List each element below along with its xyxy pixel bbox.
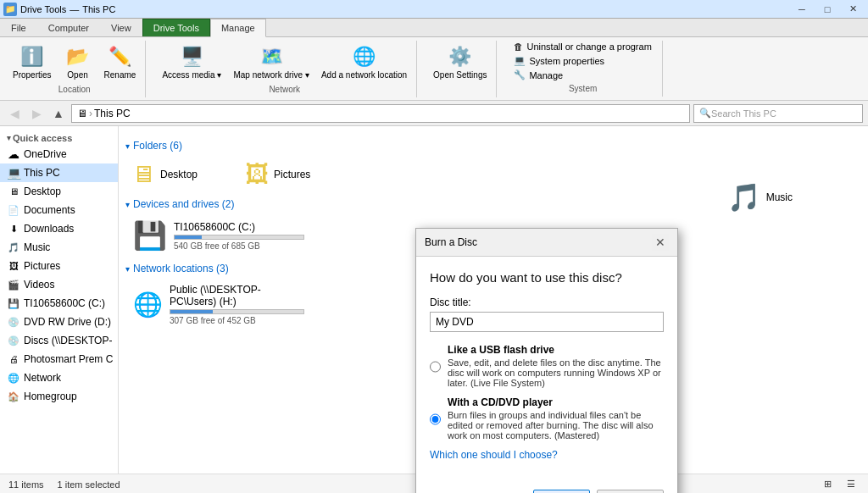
sidebar: Quick access ☁ OneDrive 💻 This PC 🖥 Desk… [0, 126, 119, 474]
minimize-button[interactable]: ─ [790, 1, 814, 18]
radio-cd[interactable] [430, 398, 441, 440]
sidebar-item-videos[interactable]: 🎬 Videos [0, 275, 118, 294]
open-icon: 📂 [64, 43, 92, 70]
drive-c-name: TI10658600C (C:) [174, 221, 304, 233]
title-bar-sep: — [70, 4, 79, 14]
sidebar-item-discs[interactable]: 💿 Discs (\\DESKTOP- [0, 331, 118, 350]
folder-pictures-icon: 🖼 [245, 160, 269, 188]
disc-title-input[interactable] [430, 312, 664, 332]
sidebar-section-quick-access[interactable]: Quick access [0, 130, 118, 145]
folder-pictures[interactable]: 🖼 Pictures [239, 157, 349, 191]
add-network-location-button[interactable]: 🌐 Add a network location [317, 41, 411, 82]
manage-button[interactable]: 🔧 Manage [509, 69, 656, 81]
back-button[interactable]: ◀ [5, 104, 24, 123]
map-network-label: Map network drive ▾ [233, 70, 309, 80]
sidebar-item-downloads[interactable]: ⬇ Downloads [0, 219, 118, 238]
sidebar-item-network[interactable]: 🌐 Network [0, 368, 118, 387]
music-file-item[interactable]: 🎵 Music [720, 177, 800, 218]
which-one-link[interactable]: Which one should I choose? [430, 449, 664, 461]
item-count: 11 items [8, 479, 44, 490]
search-bar[interactable]: 🔍 Search This PC [693, 104, 863, 123]
sidebar-item-dvd[interactable]: 💿 DVD RW Drive (D:) [0, 313, 118, 331]
sidebar-item-pictures[interactable]: 🖼 Pictures [0, 257, 118, 275]
modal-close-button[interactable]: ✕ [652, 234, 669, 251]
this-pc-label: This PC [24, 167, 60, 179]
system-properties-button[interactable]: 💻 System properties [509, 54, 656, 67]
tab-file[interactable]: File [0, 19, 37, 36]
map-network-drive-button[interactable]: 🗺️ Map network drive ▾ [229, 41, 313, 82]
drive-c-bar-container [174, 235, 304, 240]
desktop-label: Desktop [24, 186, 61, 197]
ribbon-group-open: ⚙️ Open Settings [424, 41, 497, 97]
forward-button[interactable]: ▶ [27, 104, 46, 123]
tab-view[interactable]: View [100, 19, 142, 36]
sidebar-item-photosmart[interactable]: 🖨 Photosmart Prem C [0, 350, 118, 368]
system-props-label: System properties [529, 56, 604, 66]
cancel-button[interactable]: Cancel [597, 490, 664, 493]
item-selected: 1 item selected [58, 479, 120, 490]
window-controls: ─ □ ✕ [790, 1, 865, 18]
radio-option-cd: With a CD/DVD player Burn files in group… [430, 396, 664, 440]
sidebar-item-desktop[interactable]: 🖥 Desktop [0, 182, 118, 201]
music-area: 🎵 Music [720, 177, 800, 218]
sidebar-item-this-pc[interactable]: 💻 This PC [0, 163, 118, 182]
tab-drive-tools[interactable]: Drive Tools [142, 19, 210, 36]
radio-usb-label: Like a USB flash drive Save, edit, and d… [448, 344, 664, 388]
manage-label: Manage [529, 70, 563, 80]
music-file-icon: 🎵 [727, 181, 761, 213]
sidebar-item-c-drive[interactable]: 💾 TI10658600C (C:) [0, 294, 118, 313]
open-button[interactable]: 📂 Open [59, 41, 97, 82]
modal-body: How do you want to use this disc? Disc t… [416, 257, 677, 483]
modal-heading: How do you want to use this disc? [430, 270, 664, 285]
ribbon-group-open-items: ⚙️ Open Settings [429, 41, 491, 94]
discs-icon: 💿 [7, 334, 20, 347]
uninstall-label: Uninstall or change a program [526, 42, 651, 52]
sidebar-item-homegroup[interactable]: 🏠 Homegroup [0, 387, 118, 406]
network-h-icon: 🌐 [133, 291, 163, 319]
sidebar-item-documents[interactable]: 📄 Documents [0, 201, 118, 219]
folder-desktop[interactable]: 🖥 Desktop [125, 157, 236, 191]
onedrive-icon: ☁ [7, 147, 20, 161]
videos-label: Videos [24, 279, 54, 291]
open-settings-button[interactable]: ⚙️ Open Settings [429, 41, 491, 82]
photosmart-icon: 🖨 [7, 352, 20, 366]
folders-section-header[interactable]: Folders (6) [125, 140, 861, 152]
tab-manage[interactable]: Manage [210, 19, 266, 37]
breadcrumb: 🖥 › This PC [77, 108, 131, 119]
access-media-button[interactable]: 🖥️ Access media ▾ [158, 41, 225, 82]
maximize-button[interactable]: □ [815, 1, 839, 18]
network-label: Network [24, 372, 61, 384]
tab-computer[interactable]: Computer [37, 19, 100, 36]
next-button[interactable]: Next [533, 490, 590, 493]
open-label: Open [67, 70, 87, 80]
rename-button[interactable]: ✏️ Rename [100, 41, 141, 82]
onedrive-label: OneDrive [24, 148, 67, 160]
add-network-label: Add a network location [321, 70, 407, 80]
properties-button[interactable]: ℹ️ Properties [8, 41, 56, 82]
radio-usb[interactable] [430, 346, 441, 388]
network-h-drive[interactable]: 🌐 Public (\\DESKTOP-PC\Users) (H:) 307 G… [125, 280, 312, 330]
radio-usb-title: Like a USB flash drive [448, 344, 554, 356]
network-group-label: Network [153, 85, 416, 94]
map-network-icon: 🗺️ [258, 43, 285, 70]
videos-icon: 🎬 [7, 278, 20, 291]
documents-label: Documents [24, 204, 75, 216]
c-drive-icon: 💾 [7, 296, 20, 310]
address-bar[interactable]: 🖥 › This PC [71, 104, 690, 123]
view-large-icons-button[interactable]: ⊞ [819, 476, 836, 493]
downloads-icon: ⬇ [7, 222, 20, 235]
network-h-info: Public (\\DESKTOP-PC\Users) (H:) 307 GB … [170, 284, 304, 325]
drive-c-info: TI10658600C (C:) 540 GB free of 685 GB [174, 221, 304, 251]
uninstall-icon: 🗑 [514, 42, 523, 52]
sidebar-item-music[interactable]: 🎵 Music [0, 238, 118, 257]
drive-c[interactable]: 💾 TI10658600C (C:) 540 GB free of 685 GB [125, 215, 312, 256]
uninstall-button[interactable]: 🗑 Uninstall or change a program [509, 41, 656, 53]
c-drive-label: TI10658600C (C:) [24, 297, 105, 309]
view-details-button[interactable]: ☰ [843, 476, 860, 493]
sidebar-item-onedrive[interactable]: ☁ OneDrive [0, 145, 118, 163]
desktop-icon: 🖥 [7, 185, 20, 198]
up-button[interactable]: ▲ [49, 104, 68, 123]
drive-c-size: 540 GB free of 685 GB [174, 241, 304, 251]
close-button[interactable]: ✕ [841, 1, 865, 18]
nav-bar: ◀ ▶ ▲ 🖥 › This PC 🔍 Search This PC [0, 101, 868, 126]
